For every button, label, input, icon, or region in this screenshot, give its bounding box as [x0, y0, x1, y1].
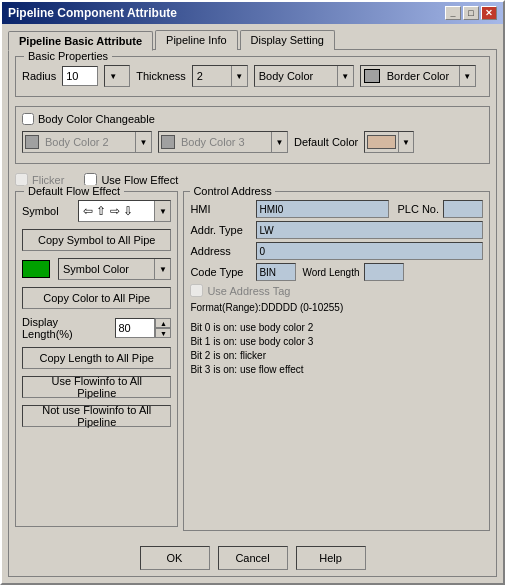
main-window: Pipeline Component Attribute _ □ ✕ Pipel…	[0, 0, 505, 585]
code-type-input[interactable]	[256, 263, 296, 281]
default-color-swatch	[367, 135, 396, 149]
format-text: Format(Range):DDDDD (0-10255)	[190, 301, 483, 315]
radius-dropdown-arrow: ▼	[105, 66, 121, 86]
spin-up-button[interactable]: ▲	[155, 318, 171, 328]
address-label: Address	[190, 245, 252, 257]
body-color3-swatch	[161, 135, 175, 149]
border-color-arrow: ▼	[459, 66, 475, 86]
radius-dropdown[interactable]: ▼	[104, 65, 130, 87]
basic-properties-group: Basic Properties Radius ▼ Thickness 2 ▼ …	[15, 56, 490, 97]
display-length-input[interactable]	[115, 318, 155, 338]
body-color-dropdown[interactable]: Body Color ▼	[254, 65, 354, 87]
addr-type-input[interactable]	[256, 221, 483, 239]
symbol-color-dropdown[interactable]: Symbol Color ▼	[58, 258, 171, 280]
body-color-changeable-label: Body Color Changeable	[38, 113, 155, 125]
display-length-label: Display Length(%)	[22, 316, 109, 340]
title-bar-buttons: _ □ ✕	[445, 6, 497, 20]
hmi-plc-row: HMI PLC No.	[190, 200, 483, 218]
control-address-legend: Control Address	[190, 185, 274, 197]
tab-pipeline-info[interactable]: Pipeline Info	[155, 30, 238, 50]
address-input[interactable]	[256, 242, 483, 260]
symbol-dropdown-arrow: ▼	[154, 201, 170, 221]
code-type-row: Code Type Word Length	[190, 263, 483, 281]
border-color-dropdown[interactable]: Border Color ▼	[360, 65, 476, 87]
use-address-tag-row: Use Address Tag	[190, 284, 483, 297]
body-color3-arrow: ▼	[271, 132, 287, 152]
close-button[interactable]: ✕	[481, 6, 497, 20]
help-button[interactable]: Help	[296, 546, 366, 570]
tab-content-area: Basic Properties Radius ▼ Thickness 2 ▼ …	[8, 49, 497, 577]
body-color-changeable-row: Body Color Changeable	[22, 113, 483, 125]
tab-bar: Pipeline Basic Attribute Pipeline Info D…	[8, 30, 497, 50]
copy-length-button[interactable]: Copy Length to All Pipe	[22, 347, 171, 369]
info-line-0: Bit 0 is on: use body color 2	[190, 321, 483, 335]
symbol-row: Symbol ⇦ ⇧ ⇨ ⇩ ▼	[22, 200, 171, 222]
body-color3-label: Body Color 3	[177, 136, 271, 148]
copy-color-button[interactable]: Copy Color to All Pipe	[22, 287, 171, 309]
default-flow-effect-group: Default Flow Effect Symbol ⇦ ⇧ ⇨ ⇩ ▼ Cop…	[15, 191, 178, 527]
use-address-tag-label: Use Address Tag	[207, 285, 290, 297]
body-color2-label: Body Color 2	[41, 136, 135, 148]
window-title: Pipeline Component Attribute	[8, 6, 177, 20]
copy-symbol-button[interactable]: Copy Symbol to All Pipe	[22, 229, 171, 251]
border-color-label: Border Color	[383, 70, 459, 82]
ok-button[interactable]: OK	[140, 546, 210, 570]
tab-display-setting[interactable]: Display Setting	[240, 30, 335, 50]
body-color3-dropdown[interactable]: Body Color 3 ▼	[158, 131, 288, 153]
hmi-label: HMI	[190, 203, 252, 215]
spin-down-button[interactable]: ▼	[155, 328, 171, 338]
body-color-changeable-checkbox[interactable]	[22, 113, 34, 125]
body-color-label: Body Color	[255, 70, 337, 82]
addr-type-row: Addr. Type	[190, 221, 483, 239]
code-type-label: Code Type	[190, 266, 252, 278]
use-flow-effect-label: Use Flow Effect	[101, 174, 178, 186]
thickness-arrow: ▼	[231, 66, 247, 86]
body-color2-arrow: ▼	[135, 132, 151, 152]
spin-buttons: ▲ ▼	[155, 318, 171, 338]
plc-input[interactable]	[443, 200, 483, 218]
flow-effect-legend: Default Flow Effect	[24, 185, 124, 197]
symbol-value: ⇦ ⇧ ⇨ ⇩	[79, 204, 154, 218]
control-address-group: Control Address HMI PLC No. Addr. Type	[183, 191, 490, 531]
color-dropdowns-row: Body Color 2 ▼ Body Color 3 ▼ Default Co…	[22, 131, 483, 153]
hmi-input[interactable]	[256, 200, 389, 218]
flicker-label: Flicker	[32, 174, 64, 186]
info-line-3: Bit 3 is on: use flow effect	[190, 363, 483, 377]
default-color-label: Default Color	[294, 136, 358, 148]
tab-pipeline-basic[interactable]: Pipeline Basic Attribute	[8, 31, 153, 51]
symbol-color-arrow: ▼	[154, 259, 170, 279]
radius-label: Radius	[22, 70, 56, 82]
display-length-spinner: ▲ ▼	[115, 318, 171, 338]
symbol-color-swatch	[22, 260, 50, 278]
info-line-2: Bit 2 is on: flicker	[190, 349, 483, 363]
addr-type-label: Addr. Type	[190, 224, 252, 236]
radius-input[interactable]	[62, 66, 98, 86]
info-line-1: Bit 1 is on: use body color 3	[190, 335, 483, 349]
use-address-tag-checkbox[interactable]	[190, 284, 203, 297]
not-use-flowinfo-button[interactable]: Not use Flowinfo to All Pipeline	[22, 405, 171, 427]
default-color-dropdown[interactable]: ▼	[364, 131, 414, 153]
symbol-color-row: Symbol Color ▼	[22, 258, 171, 280]
body-color2-dropdown[interactable]: Body Color 2 ▼	[22, 131, 152, 153]
thickness-label: Thickness	[136, 70, 186, 82]
use-flowinfo-button[interactable]: Use Flowinfo to All Pipeline	[22, 376, 171, 398]
minimize-button[interactable]: _	[445, 6, 461, 20]
body-color-changeable-section: Body Color Changeable Body Color 2 ▼ Bod…	[15, 106, 490, 164]
symbol-dropdown[interactable]: ⇦ ⇧ ⇨ ⇩ ▼	[78, 200, 171, 222]
dialog-buttons: OK Cancel Help	[15, 542, 490, 570]
two-column-layout: Default Flow Effect Symbol ⇦ ⇧ ⇨ ⇩ ▼ Cop…	[15, 191, 490, 531]
symbol-label: Symbol	[22, 205, 72, 217]
word-length-input[interactable]	[364, 263, 404, 281]
word-length-label: Word Length	[302, 267, 359, 278]
thickness-dropdown[interactable]: 2 ▼	[192, 65, 248, 87]
cancel-button[interactable]: Cancel	[218, 546, 288, 570]
symbol-color-label: Symbol Color	[59, 263, 154, 275]
default-color-dropdown-arrow: ▼	[398, 132, 413, 152]
body-color-arrow: ▼	[337, 66, 353, 86]
title-bar: Pipeline Component Attribute _ □ ✕	[2, 2, 503, 24]
plc-label: PLC No.	[397, 203, 439, 215]
border-color-swatch	[364, 69, 380, 83]
dialog-content: Pipeline Basic Attribute Pipeline Info D…	[2, 24, 503, 583]
thickness-value: 2	[193, 70, 231, 82]
maximize-button[interactable]: □	[463, 6, 479, 20]
